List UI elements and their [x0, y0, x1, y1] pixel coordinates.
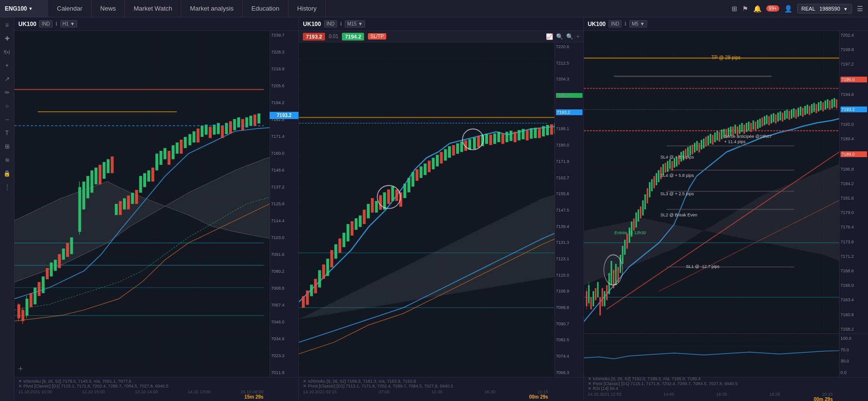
- rsi-svg: [584, 334, 839, 377]
- brand-dropdown-icon[interactable]: ▼: [28, 6, 33, 11]
- tool-indicators[interactable]: ≋: [2, 155, 13, 165]
- nav-tab-market-watch[interactable]: Market Watch: [125, 0, 181, 17]
- tool-pencil[interactable]: ✏: [2, 87, 13, 98]
- svg-rect-63: [217, 123, 220, 134]
- svg-rect-259: [779, 111, 781, 120]
- account-selector[interactable]: REAL 1988590 ▼: [797, 4, 852, 13]
- chart2-time-axis: 14.10.2021 02:15 07:00 11:45 16:30 21:15: [303, 388, 579, 394]
- chart2-zoom-out-icon[interactable]: 🔍: [556, 33, 563, 40]
- brand-text: ENG100: [5, 5, 27, 12]
- svg-rect-104: [387, 189, 390, 204]
- brand-logo[interactable]: ENG100 ▼: [0, 0, 48, 17]
- svg-rect-21: [46, 268, 49, 279]
- tool-cursor[interactable]: ≡: [2, 20, 13, 30]
- svg-rect-116: [436, 155, 439, 166]
- flag-icon[interactable]: ⚑: [742, 5, 748, 13]
- tool-circle[interactable]: ○: [2, 101, 13, 111]
- tool-formula[interactable]: f(x): [2, 47, 13, 57]
- nav-tab-market-analysis[interactable]: Market analysis: [181, 0, 243, 17]
- svg-rect-265: [793, 108, 794, 118]
- svg-rect-209: [667, 161, 668, 172]
- chart2-sl-tp-button[interactable]: SL/TP: [368, 33, 386, 40]
- chart2-timeframe[interactable]: M15 ▼: [345, 20, 365, 27]
- tool-grid[interactable]: ⊞: [2, 141, 13, 152]
- svg-rect-89: [326, 259, 329, 276]
- svg-rect-32: [91, 171, 94, 193]
- tool-arrow[interactable]: →: [2, 114, 13, 125]
- tool-crosshair[interactable]: ✚: [2, 33, 13, 44]
- chart3-rsi-panel: 100.0 70.0 30.0 0.0: [584, 334, 868, 377]
- svg-rect-211: [671, 161, 673, 171]
- svg-rect-67: [233, 119, 236, 130]
- svg-rect-195: [635, 213, 637, 227]
- svg-rect-25: [62, 249, 65, 260]
- svg-rect-60: [204, 125, 207, 135]
- tool-more[interactable]: ⋮: [2, 182, 13, 192]
- tool-text[interactable]: T: [2, 128, 13, 138]
- chart2-zoom-in-icon[interactable]: 🔍: [566, 33, 573, 40]
- nav-tab-history[interactable]: History: [288, 0, 326, 17]
- svg-rect-252: [764, 116, 765, 125]
- chart3-timeframe[interactable]: M5 ▼: [629, 20, 647, 27]
- add-chart-button[interactable]: +: [18, 364, 23, 373]
- svg-rect-73: [258, 113, 260, 123]
- user-icon[interactable]: 👤: [784, 5, 792, 13]
- chart1-timeframe[interactable]: H1 ▼: [60, 20, 77, 27]
- main-container: ≡ ✚ f(x) + ↗ ✏ ○ → T ⊞ ≋ 🔒 ⋮ UK100 IND ℹ…: [0, 17, 868, 401]
- svg-rect-187: [617, 267, 619, 282]
- svg-rect-193: [631, 222, 632, 237]
- svg-rect-18: [34, 288, 37, 305]
- nav-tab-calendar[interactable]: Calendar: [48, 0, 92, 17]
- svg-rect-208: [665, 163, 666, 173]
- svg-rect-194: [633, 218, 635, 230]
- tool-line[interactable]: ↗: [2, 74, 13, 84]
- chart3-rsi: ✕ RSI [14] 59.4: [588, 386, 864, 391]
- chart-header-1: UK100 IND ℹ H1 ▼: [14, 17, 298, 31]
- chart2-plus-icon[interactable]: +: [576, 33, 580, 40]
- svg-rect-216: [682, 151, 684, 160]
- svg-rect-177: [595, 288, 596, 300]
- svg-rect-101: [375, 201, 378, 213]
- bell-icon[interactable]: 🔔: [753, 5, 761, 13]
- tool-add[interactable]: +: [2, 60, 13, 71]
- svg-rect-264: [791, 109, 792, 119]
- svg-rect-50: [163, 148, 166, 159]
- svg-rect-144: [550, 124, 553, 135]
- chart2-info-icon[interactable]: ℹ: [340, 21, 342, 27]
- svg-rect-262: [786, 109, 787, 119]
- svg-rect-52: [172, 145, 175, 159]
- nav-tab-education[interactable]: Education: [243, 0, 288, 17]
- svg-rect-137: [522, 129, 525, 139]
- svg-rect-178: [597, 282, 598, 297]
- svg-rect-85: [310, 285, 313, 296]
- svg-rect-234: [723, 129, 724, 138]
- svg-rect-202: [651, 179, 652, 191]
- svg-rect-241: [739, 125, 740, 134]
- chart3-info-icon[interactable]: ℹ: [624, 21, 626, 27]
- account-dropdown-icon[interactable]: ▼: [843, 7, 848, 12]
- svg-rect-97: [359, 215, 362, 227]
- svg-rect-235: [725, 129, 727, 138]
- chart1-info-icon[interactable]: ℹ: [55, 21, 57, 27]
- chart1-symbol: UK100: [18, 21, 36, 27]
- svg-rect-274: [813, 103, 814, 112]
- svg-rect-256: [773, 113, 774, 122]
- svg-rect-133: [505, 132, 508, 142]
- hamburger-menu-icon[interactable]: ☰: [857, 5, 863, 13]
- svg-rect-20: [42, 277, 45, 294]
- chart2-trend-icon[interactable]: 📈: [546, 33, 553, 40]
- tool-lock[interactable]: 🔒: [2, 168, 13, 179]
- chart3-time-axis: 14.10.2021 12:55 14:45 16:35 18:25 20:15: [588, 391, 864, 397]
- svg-rect-283: [833, 98, 835, 107]
- svg-rect-110: [412, 172, 415, 187]
- svg-rect-61: [209, 127, 212, 138]
- svg-rect-99: [367, 204, 370, 218]
- layout-icon[interactable]: ⊞: [732, 5, 737, 13]
- svg-rect-56: [189, 134, 191, 145]
- svg-rect-94: [347, 224, 350, 241]
- chart2-pivot: ✕ Pivot [Classic] [D1] 7113.1, 7171.8, 7…: [303, 384, 579, 388]
- chart3-price-scale: 7202.4 7199.8 7197.2 7195.6 7194.6 7193.…: [839, 31, 868, 334]
- nav-tab-news[interactable]: News: [92, 0, 125, 17]
- chart3-ichimoku: ✕ Ichimoku [9, 26, 52] 7192.0, 7189.3, n…: [588, 376, 864, 381]
- svg-rect-134: [510, 131, 513, 141]
